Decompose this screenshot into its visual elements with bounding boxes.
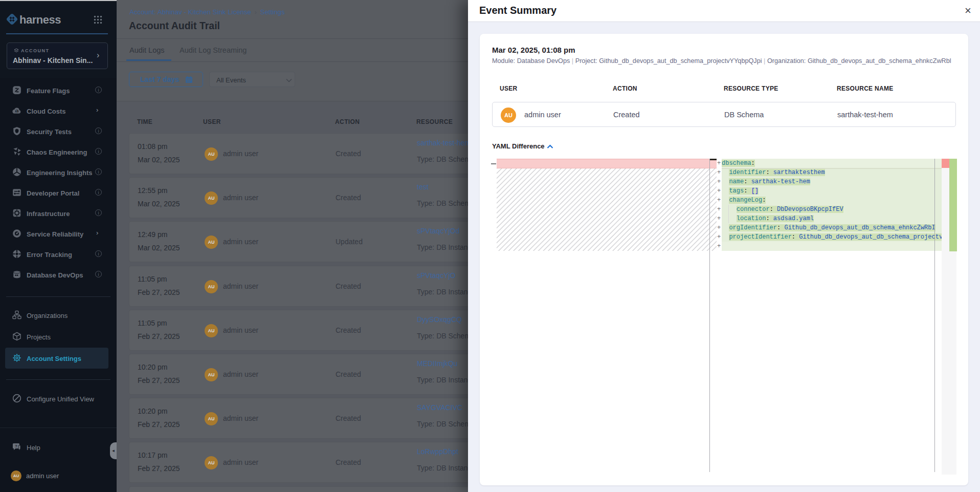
svg-text:?: ?: [15, 444, 17, 448]
svg-text:$: $: [16, 110, 18, 114]
